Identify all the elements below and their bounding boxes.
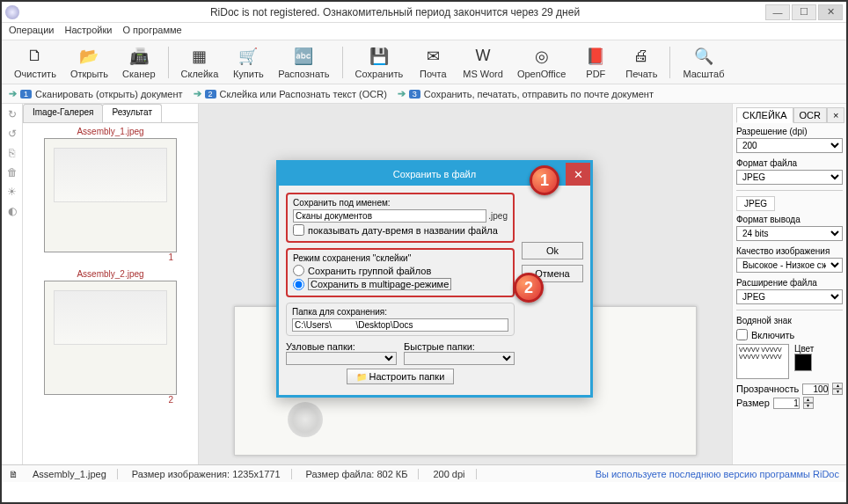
rtab-ocr[interactable]: OCR xyxy=(793,107,827,123)
window-title: RiDoc is not registered. Ознакомительный… xyxy=(26,6,764,18)
pdf-icon: 📕 xyxy=(585,46,606,67)
clear-button[interactable]: 🗋Очистить xyxy=(9,44,62,81)
openoffice-icon: ◎ xyxy=(531,46,552,67)
scanner-button[interactable]: 📠Сканер xyxy=(117,44,160,81)
tab-image-gallery[interactable]: Image-Галерея xyxy=(23,104,103,122)
save-button[interactable]: 💾Сохранить xyxy=(350,44,409,81)
tool-copy-icon[interactable]: ⎘ xyxy=(5,146,19,160)
step-1: Сканировать (открыть) документ xyxy=(35,89,183,99)
thumb-image-1 xyxy=(44,138,177,252)
word-button[interactable]: WMS Word xyxy=(457,44,508,81)
watermark-checkbox[interactable] xyxy=(736,329,748,340)
fast-folders-select[interactable] xyxy=(404,352,515,365)
configure-folders-button[interactable]: 📁 Настроить папки xyxy=(347,369,455,384)
print-button[interactable]: 🖨Печать xyxy=(620,44,662,81)
opacity-input[interactable] xyxy=(802,383,829,395)
color-picker[interactable] xyxy=(794,354,812,371)
buy-icon: 🛒 xyxy=(238,46,259,67)
zoom-button[interactable]: 🔍Масштаб xyxy=(677,44,729,81)
tool-contrast-icon[interactable]: ◐ xyxy=(5,204,19,218)
glue-button[interactable]: ▦Склейка xyxy=(176,44,224,81)
quality-select[interactable]: Высокое - Низкое сжа xyxy=(736,258,843,273)
subtab-jpeg[interactable]: JPEG xyxy=(736,196,775,211)
buy-button[interactable]: 🛒Купить xyxy=(227,44,269,81)
callout-2: 2 xyxy=(514,273,544,303)
menu-about[interactable]: О программе xyxy=(122,25,181,38)
mail-button[interactable]: ✉Почта xyxy=(412,44,454,81)
status-version[interactable]: Вы используете последнюю версию программ… xyxy=(596,469,839,479)
dialog-title: Сохранить в файл xyxy=(393,169,476,179)
dpi-select[interactable]: 200 xyxy=(736,138,843,153)
mode-multipage-radio[interactable] xyxy=(293,279,304,290)
app-icon xyxy=(5,5,19,19)
oo-button[interactable]: ◎OpenOffice xyxy=(512,44,571,81)
filename-input[interactable] xyxy=(293,209,486,223)
size-input[interactable] xyxy=(773,398,800,409)
format-select[interactable]: JPEG xyxy=(736,170,843,185)
callout-1: 1 xyxy=(530,165,559,195)
ext-select[interactable]: JPEG xyxy=(736,289,843,304)
dialog-close-button[interactable]: ✕ xyxy=(566,163,590,186)
step-3: Сохранить, печатать, отправить по почте … xyxy=(424,89,654,99)
node-folders-select[interactable] xyxy=(286,352,397,365)
ocr-icon: 🔤 xyxy=(293,46,314,67)
mode-group-radio[interactable] xyxy=(293,265,304,276)
clear-icon: 🗋 xyxy=(25,46,46,67)
watermark-title: Водяной знак xyxy=(736,316,843,325)
tool-bright-icon[interactable]: ☀ xyxy=(5,185,19,199)
tool-ccw-icon[interactable]: ↺ xyxy=(5,127,19,141)
step-2: Склейка или Распознать текст (OCR) xyxy=(220,89,387,99)
status-fsize: Размер файла: 802 КБ xyxy=(306,469,420,479)
output-select[interactable]: 24 bits xyxy=(736,226,843,241)
status-dpi: 200 dpi xyxy=(433,469,476,479)
ocr-button[interactable]: 🔤Распознать xyxy=(273,44,334,81)
maximize-button[interactable]: ☐ xyxy=(792,4,816,20)
tab-result[interactable]: Результат xyxy=(102,104,161,122)
status-dims: Размер изображения: 1235x1771 xyxy=(132,469,292,479)
status-file: Assembly_1.jpeg xyxy=(33,469,118,479)
datetime-checkbox[interactable] xyxy=(293,224,304,236)
zoom-icon: 🔍 xyxy=(693,46,714,67)
menu-settings[interactable]: Настройки xyxy=(64,25,112,38)
word-icon: W xyxy=(472,46,493,67)
folder-input[interactable] xyxy=(292,318,508,332)
thumb-2[interactable]: Assembly_2.jpeg 2 xyxy=(26,269,194,405)
glue-icon: ▦ xyxy=(189,46,210,67)
menu-operations[interactable]: Операции xyxy=(9,25,54,38)
thumb-image-2 xyxy=(44,281,177,395)
watermark-preview: VVVVV VVVVV VVVVV VVVVV xyxy=(736,344,789,379)
open-icon: 📂 xyxy=(78,46,99,67)
save-icon: 💾 xyxy=(369,46,390,67)
tool-delete-icon[interactable]: 🗑 xyxy=(5,165,19,179)
rtab-glue[interactable]: СКЛЕЙКА xyxy=(736,107,793,123)
rtab-close[interactable]: × xyxy=(827,107,844,123)
ok-button[interactable]: Ok xyxy=(522,242,583,259)
close-button[interactable]: ✕ xyxy=(818,4,843,20)
pdf-button[interactable]: 📕PDF xyxy=(574,44,617,81)
print-icon: 🖨 xyxy=(631,46,652,67)
tool-cw-icon[interactable]: ↻ xyxy=(5,107,19,121)
mail-icon: ✉ xyxy=(422,46,443,67)
status-icon: 🗎 xyxy=(9,469,18,479)
minimize-button[interactable]: — xyxy=(765,4,790,20)
open-button[interactable]: 📂Открыть xyxy=(65,44,113,81)
thumb-1[interactable]: Assembly_1.jpeg 1 xyxy=(26,127,194,262)
scanner-icon: 📠 xyxy=(128,46,150,67)
